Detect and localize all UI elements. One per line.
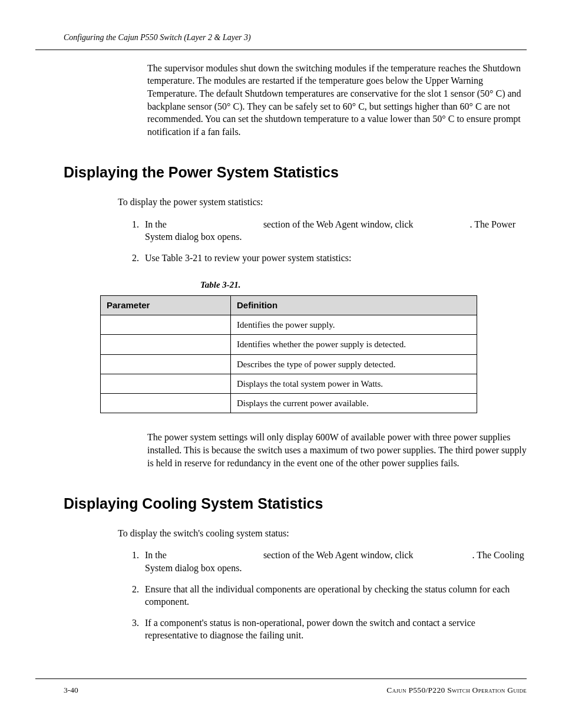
page-number: 3-40 bbox=[64, 685, 78, 696]
table-caption: Table 3-21. bbox=[200, 279, 527, 291]
cell-def: Displays the total system power in Watts… bbox=[231, 374, 477, 393]
col-parameter: Parameter bbox=[101, 295, 231, 315]
power-steps: In the section of the Web Agent window, … bbox=[118, 218, 527, 265]
table-header-row: Parameter Definition bbox=[101, 295, 477, 315]
cell-def: Describes the type of power supply detec… bbox=[231, 354, 477, 374]
cooling-step-1: In the section of the Web Agent window, … bbox=[141, 549, 527, 574]
table-row: Displays the current power available. bbox=[101, 394, 477, 413]
table-row: Displays the total system power in Watts… bbox=[101, 374, 477, 393]
header-rule bbox=[35, 50, 527, 50]
cooling-steps: In the section of the Web Agent window, … bbox=[118, 549, 527, 642]
power-step-1: In the section of the Web Agent window, … bbox=[141, 218, 527, 243]
cooling-intro: To display the switch's cooling system s… bbox=[118, 527, 527, 540]
page-footer: 3-40 Cajun P550/P220 Switch Operation Gu… bbox=[35, 675, 527, 696]
power-step-2: Use Table 3-21 to review your power syst… bbox=[141, 252, 527, 265]
cell-param bbox=[101, 315, 231, 335]
cell-def: Identifies the power supply. bbox=[231, 315, 477, 335]
section-title-cooling: Displaying Cooling System Statistics bbox=[64, 494, 527, 514]
table-row: Identifies whether the power supply is d… bbox=[101, 335, 477, 354]
col-definition: Definition bbox=[231, 295, 477, 315]
power-note: The power system settings will only disp… bbox=[147, 431, 527, 469]
cell-param bbox=[101, 354, 231, 374]
section-title-power: Displaying the Power System Statistics bbox=[64, 163, 527, 183]
cell-param bbox=[101, 394, 231, 413]
guide-title: Cajun P550/P220 Switch Operation Guide bbox=[386, 685, 527, 696]
cell-param bbox=[101, 374, 231, 393]
cell-def: Displays the current power available. bbox=[231, 394, 477, 413]
table-row: Describes the type of power supply detec… bbox=[101, 354, 477, 374]
page: Configuring the Cajun P550 Switch (Layer… bbox=[0, 0, 562, 728]
cooling-step-3: If a component's status is non-operation… bbox=[141, 617, 527, 642]
intro-paragraph: The supervisor modules shut down the swi… bbox=[147, 62, 527, 139]
footer-rule bbox=[35, 678, 527, 679]
cell-param bbox=[101, 335, 231, 354]
cooling-step-2: Ensure that all the individual component… bbox=[141, 583, 527, 608]
power-table: Parameter Definition Identifies the powe… bbox=[100, 295, 477, 414]
power-intro: To display the power system statistics: bbox=[118, 196, 527, 209]
running-header: Configuring the Cajun P550 Switch (Layer… bbox=[64, 32, 527, 44]
table-row: Identifies the power supply. bbox=[101, 315, 477, 335]
cell-def: Identifies whether the power supply is d… bbox=[231, 335, 477, 354]
